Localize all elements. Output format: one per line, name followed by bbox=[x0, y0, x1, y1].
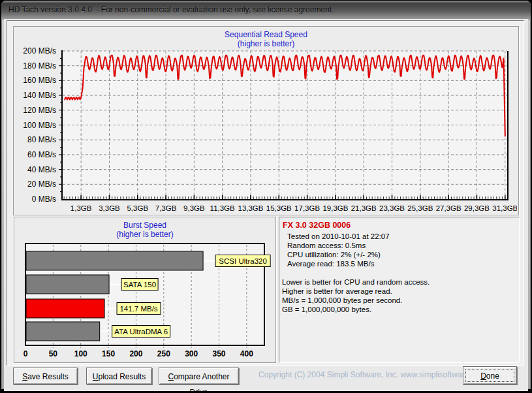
svg-text:31,3GB: 31,3GB bbox=[492, 204, 517, 212]
svg-text:150: 150 bbox=[102, 349, 115, 358]
save-results-label: Save Results bbox=[18, 369, 73, 385]
dialog-body: Sequential Read Speed (higher is better)… bbox=[4, 19, 528, 391]
svg-text:300: 300 bbox=[185, 349, 198, 358]
svg-text:9,3GB: 9,3GB bbox=[183, 204, 205, 212]
svg-text:120 MB/s: 120 MB/s bbox=[23, 106, 56, 115]
svg-text:40 MB/s: 40 MB/s bbox=[27, 165, 56, 174]
svg-text:11,3GB: 11,3GB bbox=[210, 204, 235, 212]
note-line: Higher is better for average read. bbox=[282, 287, 519, 296]
cpu-utilization-line: CPU utilization: 2% (+/- 2%) bbox=[287, 250, 519, 259]
svg-text:60 MB/s: 60 MB/s bbox=[27, 150, 56, 159]
svg-text:160 MB/s: 160 MB/s bbox=[23, 76, 56, 85]
svg-text:180 MB/s: 180 MB/s bbox=[23, 61, 56, 71]
title-bar[interactable]: HD Tach version 3.0.4.0 - For non-commer… bbox=[1, 1, 531, 20]
results-area: Sequential Read Speed (higher is better)… bbox=[7, 20, 524, 366]
note-line: Lower is better for CPU and random acces… bbox=[282, 277, 519, 287]
svg-text:141.7 MB/s: 141.7 MB/s bbox=[119, 305, 157, 313]
done-label: Done bbox=[467, 368, 512, 385]
svg-text:SATA 150: SATA 150 bbox=[123, 281, 156, 289]
svg-text:100: 100 bbox=[74, 349, 87, 358]
done-button[interactable]: Done bbox=[463, 366, 517, 385]
info-notes: Lower is better for CPU and random acces… bbox=[279, 277, 519, 314]
burst-speed-panel: Burst Speed (higher is better) SCSI Ultr… bbox=[14, 217, 276, 363]
svg-text:250: 250 bbox=[157, 349, 170, 358]
upload-results-label: Upload Results bbox=[91, 369, 148, 385]
note-line: GB = 1,000,000,000 bytes. bbox=[282, 305, 519, 314]
drive-info-panel: FX 3.0 32GB 0006 Tested on 2010-10-01 at… bbox=[279, 217, 520, 363]
svg-text:100 MB/s: 100 MB/s bbox=[23, 121, 56, 130]
random-access-line: Random access: 0.5ms bbox=[287, 241, 519, 250]
svg-text:SCSI Ultra320: SCSI Ultra320 bbox=[219, 257, 267, 265]
save-results-button[interactable]: Save Results bbox=[13, 368, 78, 385]
svg-text:17,3GB: 17,3GB bbox=[294, 204, 320, 212]
svg-text:200 MB/s: 200 MB/s bbox=[23, 46, 56, 55]
compare-another-drive-label: Compare Another Drive bbox=[163, 369, 234, 393]
svg-text:0: 0 bbox=[23, 349, 28, 358]
svg-text:350: 350 bbox=[213, 349, 226, 358]
svg-text:13,3GB: 13,3GB bbox=[238, 204, 263, 212]
note-line: MB/s = 1,000,000 bytes per second. bbox=[282, 296, 519, 305]
window-title: HD Tach version 3.0.4.0 - For non-commer… bbox=[8, 5, 334, 14]
svg-text:50: 50 bbox=[49, 349, 58, 358]
drive-name: FX 3.0 32GB 0006 bbox=[283, 221, 519, 230]
hd-tach-window: { "window": { "title": "HD Tach version … bbox=[0, 0, 532, 393]
svg-text:80 MB/s: 80 MB/s bbox=[27, 135, 56, 144]
svg-text:ATA UltraDMA 6: ATA UltraDMA 6 bbox=[114, 328, 168, 336]
svg-text:200: 200 bbox=[129, 349, 142, 358]
svg-text:1,3GB: 1,3GB bbox=[70, 204, 92, 212]
tested-on-line: Tested on 2010-10-01 at 22:07 bbox=[287, 232, 519, 241]
average-read-line: Average read: 183.5 MB/s bbox=[287, 259, 519, 268]
svg-text:27,3GB: 27,3GB bbox=[436, 204, 462, 212]
svg-text:15,3GB: 15,3GB bbox=[266, 204, 292, 212]
svg-text:0 MB/s: 0 MB/s bbox=[32, 195, 56, 204]
svg-text:25,3GB: 25,3GB bbox=[407, 204, 433, 212]
svg-text:23,3GB: 23,3GB bbox=[379, 204, 405, 212]
copyright-text: Copyright (C) 2004 Simpli Software, Inc.… bbox=[258, 370, 462, 379]
sequential-read-chart: 0 MB/s20 MB/s40 MB/s60 MB/s80 MB/s100 MB… bbox=[14, 27, 517, 213]
svg-text:140 MB/s: 140 MB/s bbox=[23, 91, 56, 100]
upload-results-button[interactable]: Upload Results bbox=[86, 368, 152, 385]
burst-speed-chart: SCSI Ultra320SATA 150141.7 MB/sATA Ultra… bbox=[14, 217, 274, 361]
svg-text:20 MB/s: 20 MB/s bbox=[27, 180, 56, 189]
compare-another-drive-button[interactable]: Compare Another Drive bbox=[159, 368, 239, 385]
svg-text:7,3GB: 7,3GB bbox=[155, 204, 177, 212]
svg-text:21,3GB: 21,3GB bbox=[351, 204, 377, 212]
svg-text:5,3GB: 5,3GB bbox=[127, 204, 148, 212]
svg-text:3,3GB: 3,3GB bbox=[99, 204, 120, 212]
sequential-read-panel: Sequential Read Speed (higher is better)… bbox=[13, 26, 519, 215]
svg-text:29,3GB: 29,3GB bbox=[464, 204, 490, 212]
svg-text:19,3GB: 19,3GB bbox=[322, 204, 348, 212]
svg-text:400: 400 bbox=[240, 349, 253, 358]
